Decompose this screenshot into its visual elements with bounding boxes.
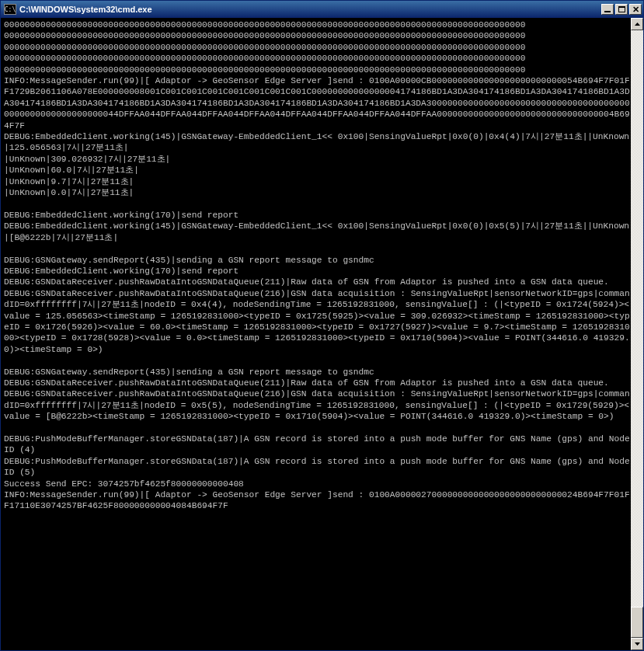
scroll-up-button[interactable] — [631, 18, 643, 30]
maximize-icon — [618, 6, 625, 12]
arrow-down-icon — [635, 642, 640, 646]
window-title: C:\WINDOWS\system32\cmd.exe — [19, 5, 601, 14]
minimize-icon — [604, 11, 611, 12]
cmd-icon: C:\ — [4, 4, 16, 15]
scroll-down-button[interactable] — [631, 638, 643, 650]
maximize-button[interactable] — [615, 4, 628, 15]
close-icon: ✕ — [632, 5, 639, 14]
console-body: 0000000000000000000000000000000000000000… — [1, 18, 643, 650]
svg-marker-0 — [635, 23, 640, 26]
scroll-thumb[interactable] — [631, 607, 643, 638]
svg-marker-1 — [635, 642, 640, 646]
window-controls: ✕ — [601, 4, 642, 15]
vertical-scrollbar[interactable] — [631, 18, 643, 650]
console-output[interactable]: 0000000000000000000000000000000000000000… — [1, 18, 631, 650]
close-button[interactable]: ✕ — [629, 4, 642, 15]
title-bar[interactable]: C:\ C:\WINDOWS\system32\cmd.exe ✕ — [1, 1, 643, 18]
minimize-button[interactable] — [601, 4, 614, 15]
cmd-window: C:\ C:\WINDOWS\system32\cmd.exe ✕ 000000… — [0, 0, 644, 651]
scroll-track[interactable] — [631, 30, 643, 638]
arrow-up-icon — [635, 23, 640, 26]
